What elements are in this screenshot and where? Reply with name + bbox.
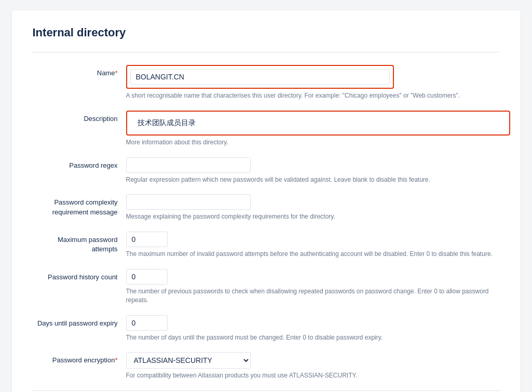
password-encryption-help: For compatibility between Atlassian prod… [126,371,500,380]
password-history-row: Password history count The number of pre… [33,269,500,305]
password-history-help: The number of previous passwords to chec… [126,287,500,305]
password-regex-label: Password regex [33,157,126,170]
password-history-input[interactable] [126,269,168,285]
days-expiry-input[interactable] [126,315,168,331]
bottom-divider [33,390,500,391]
description-help: More information about this directory. [126,138,510,147]
password-regex-content: Regular expression pattern which new pas… [126,157,500,184]
description-input[interactable] [132,116,504,130]
password-regex-input[interactable] [126,157,251,173]
encryption-required-marker: * [115,356,117,364]
max-attempts-help: The maximum number of invalid password a… [126,250,500,259]
top-divider [33,52,500,52]
page-title: Internal directory [33,26,500,39]
max-attempts-content: The maximum number of invalid password a… [126,232,500,259]
name-input[interactable] [130,69,390,85]
max-attempts-row: Maximum password attempts The maximum nu… [33,232,500,259]
password-encryption-label: Password encryption* [33,352,126,365]
password-complexity-help: Message explaining the password complexi… [126,212,500,221]
description-label: Description [33,111,126,124]
internal-directory-card: Internal directory Name* A short recogni… [12,10,521,392]
password-history-label: Password history count [33,269,126,282]
password-complexity-row: Password complexity requirement message … [33,194,500,221]
password-encryption-content: ATLASSIAN-SECURITY MD5 SHA PLAINTEXT For… [126,352,500,380]
password-complexity-content: Message explaining the password complexi… [126,194,500,221]
name-help: A short recognisable name that character… [126,91,500,100]
name-highlight-border [126,65,394,89]
password-regex-row: Password regex Regular expression patter… [33,157,500,184]
days-expiry-row: Days until password expiry The number of… [33,315,500,342]
days-expiry-label: Days until password expiry [33,315,126,328]
password-history-content: The number of previous passwords to chec… [126,269,500,305]
password-encryption-row: Password encryption* ATLASSIAN-SECURITY … [33,352,500,380]
max-attempts-input[interactable] [126,232,168,247]
password-complexity-label: Password complexity requirement message [33,194,126,217]
description-row: Description More information about this … [33,111,500,147]
description-highlight-border [126,111,510,136]
max-attempts-label: Maximum password attempts [33,232,126,254]
days-expiry-help: The number of days until the password mu… [126,333,500,342]
description-content: More information about this directory. [126,111,510,147]
password-complexity-input[interactable] [126,194,251,210]
name-required-marker: * [115,69,117,77]
name-content: A short recognisable name that character… [126,65,500,100]
days-expiry-content: The number of days until the password mu… [126,315,500,342]
password-encryption-select[interactable]: ATLASSIAN-SECURITY MD5 SHA PLAINTEXT [126,352,251,369]
name-row: Name* A short recognisable name that cha… [33,65,500,100]
name-label: Name* [33,65,126,78]
password-regex-help: Regular expression pattern which new pas… [126,175,500,184]
